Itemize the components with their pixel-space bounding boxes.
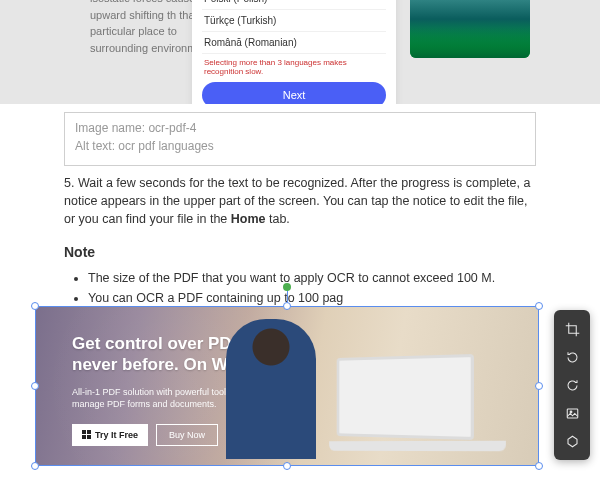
buy-now-button[interactable]: Buy Now: [156, 424, 218, 446]
step-5: 5. Wait a few seconds for the text to be…: [64, 174, 536, 228]
promo-banner: Get control over PDFs like never before.…: [36, 307, 538, 465]
language-selector-card: Polski (Polish) Türkçe (Turkish) Română …: [192, 0, 396, 104]
lang-option[interactable]: Türkçe (Turkish): [202, 10, 386, 32]
next-button[interactable]: Next: [202, 82, 386, 104]
windows-icon: [82, 430, 91, 439]
image-name-row: Image name: ocr-pdf-4: [75, 121, 525, 135]
document-body: 5. Wait a few seconds for the text to be…: [64, 174, 536, 307]
sample-photo: [410, 0, 530, 58]
phone-preview-area: isostatic forces cause move upward shift…: [0, 0, 600, 104]
rotate-left-icon[interactable]: [557, 344, 587, 370]
resize-handle-bl[interactable]: [31, 462, 39, 470]
replace-image-icon[interactable]: [557, 400, 587, 426]
image-metadata-box: Image name: ocr-pdf-4 Alt text: ocr pdf …: [64, 112, 536, 166]
home-tab-ref: Home: [231, 212, 266, 226]
svg-rect-0: [567, 409, 578, 418]
rotation-handle[interactable]: [283, 283, 291, 291]
image-name-label: Image name:: [75, 121, 145, 135]
resize-handle-tl[interactable]: [31, 302, 39, 310]
selected-image[interactable]: Get control over PDFs like never before.…: [36, 307, 538, 465]
resize-handle-tm[interactable]: [283, 302, 291, 310]
note-bullet: The size of the PDF that you want to app…: [88, 269, 536, 287]
more-options-icon[interactable]: [557, 428, 587, 454]
lang-option[interactable]: Română (Romanian): [202, 32, 386, 54]
illustration-laptop: [322, 356, 502, 451]
note-bullet: You can OCR a PDF containing up to 100 p…: [88, 289, 536, 307]
alt-text-row: Alt text: ocr pdf languages: [75, 139, 525, 153]
alt-text-value: ocr pdf languages: [118, 139, 213, 153]
try-free-label: Try It Free: [95, 430, 138, 440]
note-heading: Note: [64, 242, 536, 262]
lang-hint-text: Selecting more than 3 languages makes re…: [202, 54, 386, 82]
resize-handle-br[interactable]: [535, 462, 543, 470]
illustration-person: [226, 319, 316, 459]
note-bullets: The size of the PDF that you want to app…: [64, 269, 536, 307]
try-free-button[interactable]: Try It Free: [72, 424, 148, 446]
image-edit-toolbar: [554, 310, 590, 460]
lang-option[interactable]: Polski (Polish): [202, 0, 386, 10]
resize-handle-mr[interactable]: [535, 382, 543, 390]
step5-text-a: 5. Wait a few seconds for the text to be…: [64, 176, 530, 226]
crop-icon[interactable]: [557, 316, 587, 342]
svg-point-1: [570, 411, 572, 413]
resize-handle-tr[interactable]: [535, 302, 543, 310]
image-name-value: ocr-pdf-4: [148, 121, 196, 135]
alt-text-label: Alt text:: [75, 139, 115, 153]
resize-handle-bm[interactable]: [283, 462, 291, 470]
resize-handle-ml[interactable]: [31, 382, 39, 390]
step5-text-b: tab.: [266, 212, 290, 226]
rotate-right-icon[interactable]: [557, 372, 587, 398]
svg-marker-2: [568, 436, 577, 447]
